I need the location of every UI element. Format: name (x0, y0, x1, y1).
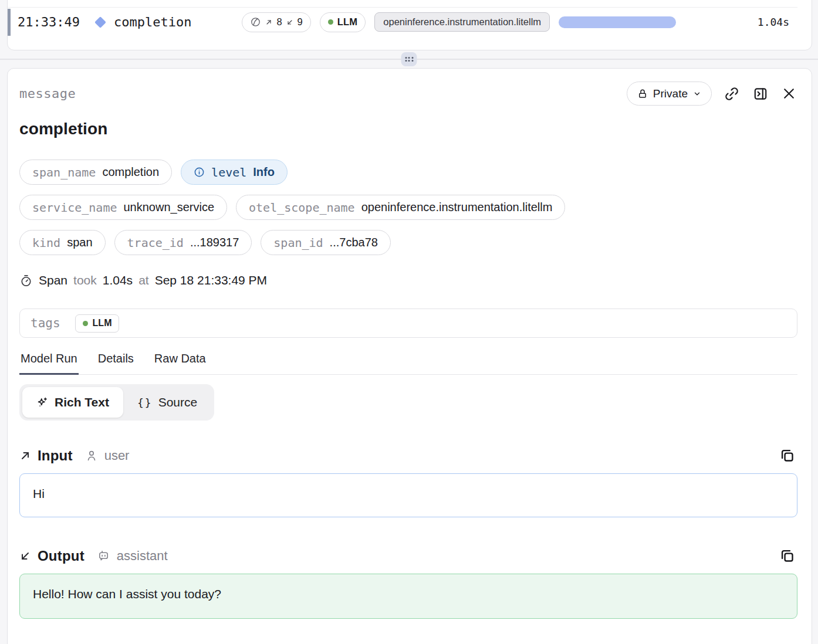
trace-row-duration: 1.04s (758, 16, 789, 28)
otel-scope-badge: openinference.instrumentation.litellm (374, 12, 550, 32)
trace-row[interactable]: 21:33:49 completion 8 9 LLM open (8, 8, 812, 36)
output-tokens-arrow-icon (286, 19, 293, 26)
badge-value: span (67, 236, 92, 249)
user-icon (85, 449, 98, 462)
sparkles-icon (36, 396, 49, 409)
span-detail-panel: message Private (7, 68, 812, 644)
badge-row: service_name unknown_service otel_scope_… (19, 195, 797, 220)
braces-icon: {} (137, 396, 153, 409)
output-content-box: Hello! How can I assist you today? (19, 574, 797, 619)
duration-word: took (73, 273, 97, 287)
observation-type-label: message (19, 86, 76, 101)
trace-row-timestamp: 21:33:49 (18, 15, 80, 29)
output-section-header: Output assistant (19, 545, 797, 566)
input-content-box: Hi (19, 473, 797, 517)
span-name-badge[interactable]: span_name completion (19, 160, 172, 185)
llm-tag-badge: LLM (320, 12, 366, 32)
expand-panel-button[interactable] (752, 85, 769, 103)
green-dot-icon (328, 19, 333, 25)
panel-resize-divider[interactable] (0, 50, 818, 68)
lock-icon (637, 89, 648, 99)
detail-tabs: Model Run Details Raw Data (19, 348, 797, 375)
duration-word: Span (39, 273, 67, 287)
service-name-badge[interactable]: service_name unknown_service (19, 195, 227, 220)
selected-row-indicator (8, 9, 11, 36)
badge-key: span_id (273, 236, 323, 250)
badge-row: kind span trace_id ...189317 span_id ...… (19, 230, 797, 255)
badge-value: openinference.instrumentation.litellm (361, 201, 553, 214)
badge-value: ...7cba78 (330, 236, 378, 249)
badge-key: kind (32, 236, 60, 250)
link-icon (724, 86, 739, 101)
row-separator (8, 7, 797, 8)
trace-list-panel: 21:33:49 completion 8 9 LLM open (7, 0, 812, 50)
input-section-header: Input user (19, 445, 797, 466)
input-role-label: user (104, 448, 130, 463)
output-section-title: Output (38, 548, 84, 564)
span-start-timestamp: Sep 18 21:33:49 PM (155, 273, 267, 287)
tags-label: tags (31, 316, 60, 330)
badge-value: Info (253, 165, 275, 179)
tokens-coin-icon (250, 16, 261, 28)
badge-value: unknown_service (124, 201, 215, 214)
close-icon (782, 86, 796, 101)
trace-row-badges: 8 9 LLM openinference.instrumentation.li… (242, 12, 550, 32)
visibility-label: Private (653, 87, 688, 100)
badge-key: trace_id (127, 236, 184, 250)
copy-link-button[interactable] (723, 85, 741, 103)
badge-key: service_name (32, 201, 117, 215)
input-token-count: 8 (276, 16, 282, 28)
tab-model-run[interactable]: Model Run (19, 348, 79, 375)
level-badge[interactable]: level Info (181, 160, 288, 185)
badge-key: span_name (32, 165, 96, 179)
span-id-badge[interactable]: span_id ...7cba78 (261, 230, 391, 255)
token-count-badge: 8 9 (242, 12, 310, 32)
output-content: Hello! How can I assist you today? (33, 587, 221, 601)
copy-icon (779, 448, 795, 463)
input-section-title: Input (38, 448, 73, 464)
badge-row: span_name completion level Info (19, 160, 797, 185)
copy-icon (779, 548, 795, 564)
kind-badge[interactable]: kind span (19, 230, 106, 255)
panel-right-icon (753, 86, 768, 101)
badge-value: ...189317 (190, 236, 239, 249)
badge-key: level (211, 165, 246, 179)
duration-value: 1.04s (103, 273, 133, 287)
rich-text-label: Rich Text (55, 395, 109, 409)
span-duration-line: Span took 1.04s at Sep 18 21:33:49 PM (19, 273, 797, 287)
stopwatch-icon (19, 274, 33, 287)
badge-key: otel_scope_name (249, 201, 355, 215)
otel-scope-name-badge[interactable]: otel_scope_name openinference.instrument… (236, 195, 565, 220)
input-tokens-arrow-icon (265, 19, 272, 26)
drag-handle-icon[interactable] (401, 52, 417, 66)
badge-value: completion (102, 165, 159, 179)
tag-label: LLM (93, 318, 112, 328)
span-attribute-badges: span_name completion level Info service_… (19, 160, 797, 255)
copy-output-button[interactable] (777, 545, 797, 566)
duration-word: at (138, 273, 149, 287)
tab-raw-data[interactable]: Raw Data (153, 348, 207, 375)
source-toggle-button[interactable]: {} Source (123, 387, 211, 418)
assistant-bot-icon (97, 549, 110, 562)
close-button[interactable] (780, 85, 797, 102)
tag-chip-llm[interactable]: LLM (75, 314, 120, 333)
view-mode-toggle: Rich Text {} Source (19, 384, 214, 421)
output-role-label: assistant (117, 548, 168, 564)
green-dot-icon (83, 321, 88, 326)
span-title: completion (19, 120, 797, 138)
arrow-up-right-icon (19, 450, 31, 462)
trace-id-badge[interactable]: trace_id ...189317 (114, 230, 252, 255)
input-content: Hi (33, 487, 45, 500)
tags-box: tags LLM (19, 309, 797, 338)
tab-details[interactable]: Details (97, 348, 135, 375)
trace-row-name: completion (114, 15, 191, 29)
visibility-button[interactable]: Private (627, 82, 712, 106)
llm-tag-label: LLM (337, 16, 358, 28)
rich-text-toggle-button[interactable]: Rich Text (22, 387, 123, 418)
header-actions: Private (627, 82, 797, 106)
output-token-count: 9 (298, 16, 303, 28)
detail-header: message Private (19, 82, 797, 106)
copy-input-button[interactable] (777, 445, 797, 466)
info-circle-icon (194, 167, 205, 178)
arrow-down-left-icon (19, 550, 31, 562)
